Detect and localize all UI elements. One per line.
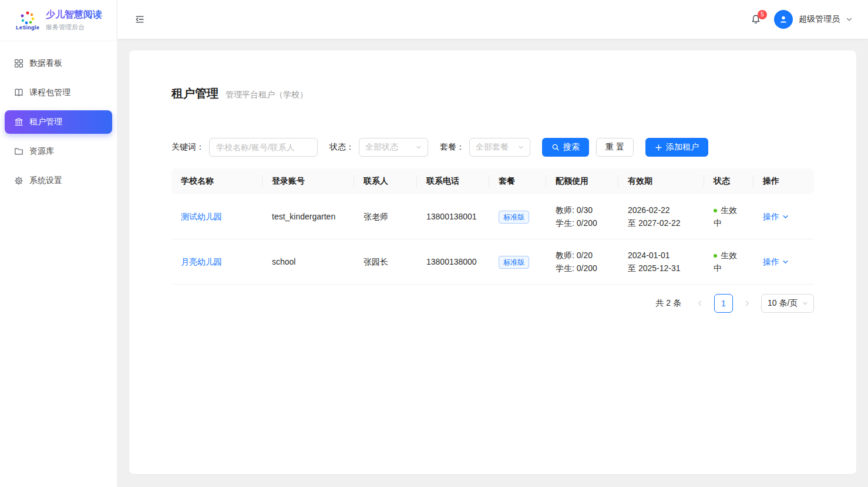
- brand-name: LeSingle: [15, 25, 40, 31]
- sidebar: LeSingle 少儿智慧阅读 服务管理后台 数据看板: [0, 0, 117, 487]
- main-area: 5 超级管理员: [117, 0, 868, 487]
- page-head: 租户管理 管理平台租户（学校）: [171, 86, 814, 102]
- package-label: 套餐：: [440, 142, 465, 153]
- col-quota: 配额使用: [546, 168, 618, 194]
- search-icon: [551, 143, 560, 151]
- chevron-down-icon: [518, 144, 524, 150]
- sidebar-item-label: 课程包管理: [29, 87, 70, 98]
- add-tenant-button[interactable]: 添加租户: [645, 138, 708, 157]
- pagination-page-1[interactable]: 1: [714, 294, 733, 313]
- account-cell: school: [263, 239, 354, 285]
- plus-icon: [655, 144, 662, 151]
- sidebar-item-label: 租户管理: [29, 117, 62, 127]
- sidebar-collapse-button[interactable]: [133, 12, 147, 26]
- reset-button[interactable]: 重 置: [596, 138, 634, 157]
- pagination-next-button[interactable]: [738, 294, 756, 313]
- sidebar-item-settings[interactable]: 系统设置: [5, 169, 112, 192]
- actions-dropdown[interactable]: 操作: [763, 210, 789, 223]
- chevron-down-icon: [416, 144, 422, 150]
- phone-cell: 13800138000: [417, 239, 489, 285]
- pagination-total: 共 2 条: [655, 298, 681, 309]
- col-account: 登录账号: [263, 168, 354, 194]
- sidebar-item-label: 数据看板: [29, 58, 62, 69]
- app-root: LeSingle 少儿智慧阅读 服务管理后台 数据看板: [0, 0, 868, 487]
- app-title: 少儿智慧阅读: [46, 9, 102, 21]
- col-validity: 有效期: [618, 168, 704, 194]
- page-subtitle: 管理平台租户（学校）: [226, 90, 308, 100]
- content-area: 租户管理 管理平台租户（学校） 关键词： 状态： 全部状态: [117, 39, 868, 487]
- package-select[interactable]: 全部套餐: [469, 138, 530, 157]
- status-select[interactable]: 全部状态: [359, 138, 428, 157]
- bank-icon: [14, 117, 23, 127]
- chevron-down-icon: [782, 259, 789, 265]
- contact-cell: 张园长: [354, 239, 417, 285]
- col-phone: 联系电话: [417, 168, 489, 194]
- dashboard-icon: [14, 59, 23, 68]
- username: 超级管理员: [799, 14, 840, 25]
- sidebar-item-tenants[interactable]: 租户管理: [5, 110, 112, 134]
- tenant-table: 学校名称 登录账号 联系人 联系电话 套餐 配额使用 有效期 状态 操作: [171, 168, 814, 285]
- search-button[interactable]: 搜索: [542, 138, 589, 157]
- sidebar-item-resources[interactable]: 资源库: [5, 140, 112, 163]
- school-link[interactable]: 月亮幼儿园: [181, 257, 222, 266]
- sidebar-item-label: 系统设置: [29, 175, 62, 186]
- chevron-down-icon: [802, 300, 808, 306]
- pagination: 共 2 条 1 10 条/页: [171, 294, 814, 313]
- status-badge: 生效中: [714, 205, 737, 228]
- package-badge: 标准版: [499, 256, 529, 269]
- phone-cell: 13800138001: [417, 194, 489, 239]
- package-badge: 标准版: [499, 211, 529, 224]
- validity-cell: 2024-01-01 至 2025-12-31: [618, 239, 704, 285]
- logo-icon: LeSingle: [15, 11, 40, 31]
- actions-cell: 操作: [753, 194, 814, 239]
- table-row: 测试幼儿园 test_kindergarten 张老师 13800138001 …: [171, 194, 814, 239]
- sidebar-item-courses[interactable]: 课程包管理: [5, 81, 112, 104]
- filter-bar: 关键词： 状态： 全部状态 套餐：: [171, 138, 814, 157]
- folder-icon: [14, 147, 23, 156]
- account-cell: test_kindergarten: [263, 194, 354, 239]
- status-badge: 生效中: [714, 251, 737, 273]
- book-icon: [14, 88, 23, 97]
- pagination-prev-button[interactable]: [691, 294, 709, 313]
- status-dot: [714, 209, 717, 212]
- notification-badge: 5: [758, 10, 767, 19]
- status-cell: 生效中: [704, 239, 753, 285]
- quota-cell: 教师: 0/20 学生: 0/200: [546, 239, 618, 285]
- col-contact: 联系人: [354, 168, 417, 194]
- col-package: 套餐: [489, 168, 546, 194]
- quota-cell: 教师: 0/30 学生: 0/200: [546, 194, 618, 239]
- gear-icon: [14, 176, 23, 185]
- sidebar-item-label: 资源库: [29, 146, 54, 157]
- notification-bell-icon[interactable]: 5: [747, 12, 765, 27]
- table-body: 测试幼儿园 test_kindergarten 张老师 13800138001 …: [171, 194, 814, 285]
- table-row: 月亮幼儿园 school 张园长 13800138000 标准版 教师: 0/2…: [171, 239, 814, 285]
- chevron-down-icon: [846, 16, 853, 23]
- col-status: 状态: [704, 168, 753, 194]
- sidebar-menu: 数据看板 课程包管理: [0, 41, 117, 209]
- user-menu[interactable]: 超级管理员: [774, 10, 853, 29]
- chevron-down-icon: [782, 214, 789, 220]
- table-header: 学校名称 登录账号 联系人 联系电话 套餐 配额使用 有效期 状态 操作: [171, 168, 814, 194]
- tenant-card: 租户管理 管理平台租户（学校） 关键词： 状态： 全部状态: [129, 50, 856, 474]
- keyword-label: 关键词：: [171, 142, 204, 153]
- keyword-input[interactable]: [209, 138, 318, 157]
- logo: LeSingle 少儿智慧阅读 服务管理后台: [0, 0, 117, 41]
- avatar: [774, 10, 793, 29]
- status-cell: 生效中: [704, 194, 753, 239]
- page-title: 租户管理: [171, 86, 218, 102]
- topbar: 5 超级管理员: [117, 0, 868, 39]
- status-label: 状态：: [329, 142, 354, 153]
- contact-cell: 张老师: [354, 194, 417, 239]
- status-dot: [714, 254, 717, 258]
- col-school: 学校名称: [171, 168, 263, 194]
- actions-cell: 操作: [753, 239, 814, 285]
- actions-dropdown[interactable]: 操作: [763, 255, 789, 268]
- validity-cell: 2026-02-22 至 2027-02-22: [618, 194, 704, 239]
- sidebar-item-dashboard[interactable]: 数据看板: [5, 52, 112, 75]
- col-actions: 操作: [753, 168, 814, 194]
- school-link[interactable]: 测试幼儿园: [181, 212, 222, 221]
- app-subtitle: 服务管理后台: [46, 23, 102, 32]
- page-size-select[interactable]: 10 条/页: [761, 294, 814, 313]
